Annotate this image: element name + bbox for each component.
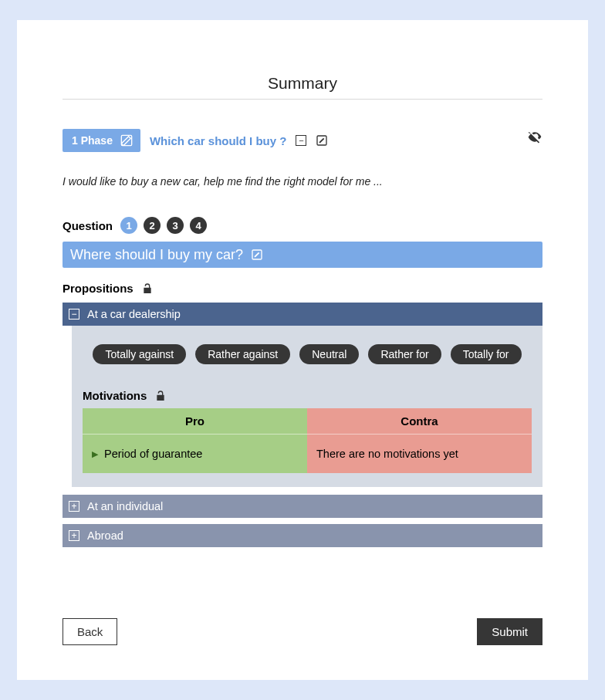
unlock-icon[interactable] (154, 390, 167, 402)
visibility-off-icon[interactable] (527, 129, 542, 144)
question-number-group: 1234 (120, 217, 207, 234)
proposition-item: + At an individual (63, 495, 542, 518)
phase-badge[interactable]: 1 Phase (63, 129, 140, 152)
main-card: Summary 1 Phase Which car should I buy ?… (17, 20, 588, 680)
motivations-label: Motivations (83, 389, 147, 402)
edit-question-icon[interactable] (251, 249, 263, 261)
collapse-phase-icon[interactable]: − (296, 135, 306, 146)
propositions-label: Propositions (63, 282, 134, 295)
page-title: Summary (63, 74, 542, 93)
proposition-item: + Abroad (63, 524, 542, 547)
back-button[interactable]: Back (63, 618, 117, 645)
expand-icon: + (69, 501, 79, 512)
question-number-4[interactable]: 4 (190, 217, 207, 234)
question-label: Question (63, 219, 113, 232)
phase-question-title: Which car should I buy ? (150, 134, 287, 147)
pro-header: Pro (83, 408, 307, 435)
motivations-grid: Pro ▶ Period of guarantee Contra There a… (83, 408, 532, 473)
footer-buttons: Back Submit (63, 618, 542, 645)
question-text: Where should I buy my car? (70, 247, 243, 263)
proposition-title: At a car dealership (87, 308, 181, 320)
collapse-icon: − (69, 309, 79, 320)
stance-chip[interactable]: Totally against (93, 344, 186, 364)
question-number-3[interactable]: 3 (167, 217, 184, 234)
contra-empty: There are no motivations yet (307, 435, 532, 473)
pro-item[interactable]: ▶ Period of guarantee (83, 435, 307, 473)
proposition-content: Totally againstRather againstNeutralRath… (72, 326, 542, 487)
contra-empty-text: There are no motivations yet (316, 448, 458, 460)
submit-button[interactable]: Submit (477, 618, 542, 645)
content-wrapper: Summary 1 Phase Which car should I buy ?… (63, 74, 542, 700)
motivations-header: Motivations (83, 389, 532, 402)
unlock-icon[interactable] (141, 282, 154, 295)
expand-icon: + (69, 530, 79, 541)
stance-chip-row: Totally againstRather againstNeutralRath… (83, 344, 532, 383)
contra-header: Contra (307, 408, 532, 435)
proposition-item: − At a car dealership Totally againstRat… (63, 303, 542, 487)
propositions-header: Propositions (63, 282, 542, 295)
proposition-header-3[interactable]: + Abroad (63, 524, 542, 547)
divider-top (63, 99, 542, 100)
proposition-title: At an individual (87, 500, 163, 512)
phase-row: 1 Phase Which car should I buy ? − (63, 129, 542, 152)
stance-chip[interactable]: Neutral (299, 344, 359, 364)
stance-chip[interactable]: Rather for (368, 344, 441, 364)
stance-chip[interactable]: Rather against (195, 344, 290, 364)
question-nav-row: Question 1234 (63, 217, 542, 234)
caret-right-icon: ▶ (92, 449, 98, 459)
stance-chip[interactable]: Totally for (451, 344, 522, 364)
edit-icon (120, 134, 133, 147)
phase-badge-label: 1 Phase (72, 134, 113, 147)
proposition-header-1[interactable]: − At a car dealership (63, 303, 542, 326)
question-number-2[interactable]: 2 (144, 217, 161, 234)
proposition-header-2[interactable]: + At an individual (63, 495, 542, 518)
question-banner: Where should I buy my car? (63, 242, 542, 268)
pro-column: Pro ▶ Period of guarantee (83, 408, 307, 473)
edit-phase-icon[interactable] (316, 134, 328, 147)
question-number-1[interactable]: 1 (120, 217, 137, 234)
pro-item-text: Period of guarantee (104, 448, 202, 460)
description-text: I would like to buy a new car, help me f… (63, 175, 542, 188)
proposition-title: Abroad (87, 529, 123, 542)
contra-column: Contra There are no motivations yet (307, 408, 532, 473)
